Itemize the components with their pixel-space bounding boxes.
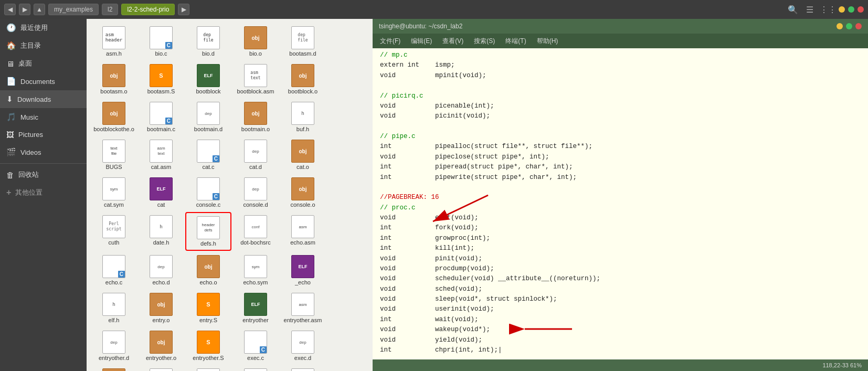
file-name: entry.S — [199, 317, 217, 323]
file-name: console.c — [196, 202, 220, 208]
file-item-bio-o[interactable]: obj bio.o — [232, 23, 279, 60]
file-item-bootblock[interactable]: ELF bootblock — [185, 61, 231, 98]
sidebar-item-trash[interactable]: 🗑 回收站 — [0, 166, 87, 184]
sidebar-item-documents[interactable]: 📄 Documents — [0, 72, 87, 90]
file-item-asm-h[interactable]: asmheader asm.h — [91, 23, 137, 60]
menu-view[interactable]: 查看(V) — [437, 35, 469, 47]
file-item-bootasm-s[interactable]: S bootasm.S — [138, 61, 184, 98]
file-item-bootmain-d[interactable]: dep bootmain.d — [185, 99, 231, 135]
file-item-echo-sym[interactable]: sym echo.sym — [232, 252, 279, 289]
file-item-bootblock-asm[interactable]: asmtext bootblock.asm — [232, 61, 279, 98]
menu-edit[interactable]: 编辑(E) — [406, 35, 437, 47]
code-line-pagebreak: //PAGEBREAK: 16 — [373, 193, 868, 203]
editor-win-minimize[interactable] — [837, 23, 843, 29]
file-item-bio-d[interactable]: depfile bio.d — [185, 23, 231, 60]
tab-l2-sched[interactable]: l2-2-sched-prio — [121, 4, 175, 15]
file-item-defs-h[interactable]: headerdefs defs.h — [185, 212, 231, 251]
nav-forward-btn[interactable]: ▶ — [19, 4, 30, 15]
file-item-bootasm-d[interactable]: depfile bootasm.d — [280, 23, 326, 60]
editor-win-close[interactable] — [855, 23, 862, 29]
file-item-cat[interactable]: ELF cat — [138, 174, 184, 211]
menu-terminal[interactable]: 终端(T) — [500, 35, 531, 47]
file-item-fcntl-h[interactable]: h fcntl.h — [138, 365, 184, 371]
pictures-icon: 🖼 — [6, 130, 14, 139]
file-name: cat.o — [297, 164, 309, 170]
file-manager-panel: 🕐 最近使用 🏠 主目录 🖥 桌面 📄 Documents ⬇ Do — [0, 19, 373, 371]
file-item-entry-s[interactable]: S entry.S — [185, 290, 231, 326]
file-item-dot-bochsrc[interactable]: conf dot-bochsrc — [232, 212, 279, 251]
music-icon: 🎵 — [6, 112, 16, 122]
nav-back-btn[interactable]: ◀ — [4, 4, 16, 15]
sidebar-item-home[interactable]: 🏠 主目录 — [0, 37, 87, 55]
editor-content[interactable]: // mp.c extern int ismp; void mpinit(voi… — [373, 48, 868, 359]
menu-help[interactable]: 帮助(H) — [532, 35, 564, 47]
sidebar-item-pictures[interactable]: 🖼 Pictures — [0, 126, 87, 143]
file-item-entryother-s[interactable]: S entryother.S — [185, 327, 231, 364]
file-item-echo-d[interactable]: dep echo.d — [138, 252, 184, 289]
file-item-cuth[interactable]: Perlscript cuth — [91, 212, 137, 251]
tab-l2[interactable]: l2 — [102, 4, 118, 15]
file-item-cat-d[interactable]: dep cat.d — [232, 136, 279, 173]
file-name: asm.h — [106, 50, 122, 57]
file-name: echo.d — [152, 279, 170, 285]
file-item-cat-c[interactable]: C cat.c — [185, 136, 231, 173]
win-maximize[interactable] — [848, 6, 854, 13]
file-item-cat-asm[interactable]: asmtext cat.asm — [138, 136, 184, 173]
file-item-bootmain-o[interactable]: obj bootmain.o — [232, 99, 279, 135]
sidebar-item-other[interactable]: + 其他位置 — [0, 184, 87, 202]
file-item-bugs[interactable]: textfile BUGS — [91, 136, 137, 173]
file-item-date-h[interactable]: h date.h — [138, 212, 184, 251]
file-item-echo-asm[interactable]: asm echo.asm — [280, 212, 326, 251]
file-name: exec.d — [294, 355, 311, 361]
sidebar-item-videos[interactable]: 🎬 Videos — [0, 143, 87, 161]
file-name: dot-bochsrc — [240, 239, 270, 246]
editor-win-maximize[interactable] — [846, 23, 852, 29]
sidebar-item-recent[interactable]: 🕐 最近使用 — [0, 19, 87, 37]
menu-search[interactable]: 搜索(S) — [469, 35, 500, 47]
file-item-echo-c[interactable]: C echo.c — [91, 252, 137, 289]
code-line-chpri: int chpri(int, int);| — [373, 345, 868, 355]
list-view-btn[interactable]: ☰ — [803, 3, 817, 16]
file-item-bootblockothe[interactable]: obj bootblockothe.o — [91, 99, 137, 135]
file-item-exec-o[interactable]: obj exec.o — [91, 365, 137, 371]
sidebar-item-music[interactable]: 🎵 Music — [0, 108, 87, 126]
file-item-bootblock-o[interactable]: obj bootblock.o — [280, 61, 326, 98]
tab-next[interactable]: ▶ — [178, 4, 189, 15]
file-item-entryother-d[interactable]: dep entryother.d — [91, 327, 137, 364]
file-item-entryother[interactable]: ELF entryother — [232, 290, 279, 326]
file-item-entryother-o[interactable]: obj entryother.o — [138, 327, 184, 364]
file-item-echo-o[interactable]: obj echo.o — [185, 252, 231, 289]
file-item-console-d[interactable]: dep console.d — [232, 174, 279, 211]
menu-file[interactable]: 文件(F) — [375, 35, 406, 47]
file-item-echo-elf[interactable]: ELF _echo — [280, 252, 326, 289]
nav-up-btn[interactable]: ▲ — [34, 4, 45, 15]
file-item-bootasm-o[interactable]: obj bootasm.o — [91, 61, 137, 98]
win-close[interactable] — [858, 6, 864, 13]
file-item-console-o[interactable]: obj console.o — [280, 174, 326, 211]
search-btn[interactable]: 🔍 — [786, 3, 800, 16]
file-item-entry-o[interactable]: obj entry.o — [138, 290, 184, 326]
file-item-exec-d[interactable]: dep exec.d — [280, 327, 326, 364]
grid-view-btn[interactable]: ⋮⋮ — [820, 3, 833, 16]
add-location-icon: + — [6, 188, 11, 197]
code-line: int pipewrite(struct pipe*, char*, int); — [373, 173, 868, 183]
code-line: int kill(int); — [373, 243, 868, 253]
file-item-bio-c[interactable]: C bio.c — [138, 23, 184, 60]
file-item-elf-h[interactable]: h elf.h — [91, 290, 137, 326]
file-item-entryother-asm[interactable]: asm entryother.asm — [280, 290, 326, 326]
file-item-file-d[interactable]: dep file.d — [232, 365, 279, 371]
file-item-buf-h[interactable]: h buf.h — [280, 99, 326, 135]
file-item-file-h[interactable]: h file.h — [280, 365, 326, 371]
win-minimize[interactable] — [839, 6, 845, 13]
file-item-exec-c[interactable]: C exec.c — [232, 327, 279, 364]
sidebar-item-downloads[interactable]: ⬇ Downloads — [0, 90, 87, 108]
path-btn-root[interactable]: my_examples — [48, 4, 99, 15]
file-item-cat-sym[interactable]: sym cat.sym — [91, 174, 137, 211]
file-item-bootmain-c[interactable]: C bootmain.c — [138, 99, 184, 135]
file-item-cat-o[interactable]: obj cat.o — [280, 136, 326, 173]
file-name: entryother.asm — [284, 317, 322, 323]
code-line: int wait(void); — [373, 315, 868, 325]
sidebar-item-desktop[interactable]: 🖥 桌面 — [0, 55, 87, 72]
file-item-console-c[interactable]: C console.c — [185, 174, 231, 211]
file-item-file-c[interactable]: C file.c — [185, 365, 231, 371]
